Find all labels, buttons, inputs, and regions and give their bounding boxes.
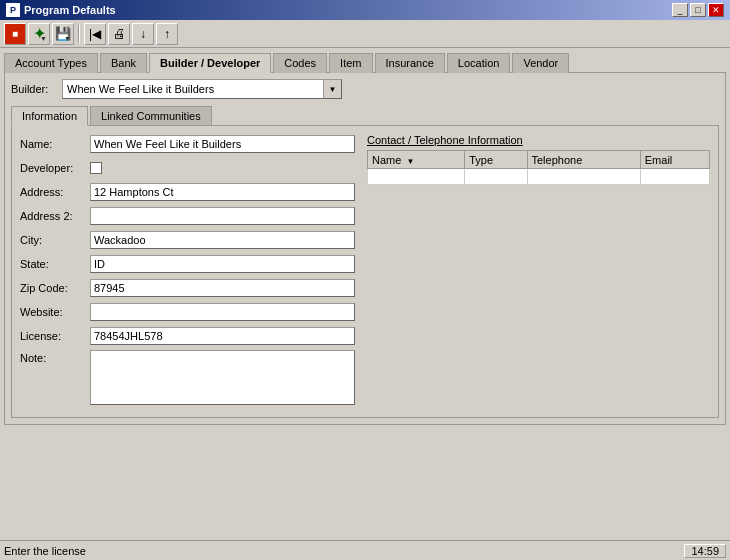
status-time: 14:59 — [684, 544, 726, 558]
contact-cell-telephone — [527, 169, 640, 185]
app-icon: P — [6, 3, 20, 17]
main-content: Builder: When We Feel Like it Builders ▼… — [4, 72, 726, 425]
form-left: Name: Developer: Address: Address 2: — [20, 134, 355, 409]
form-layout: Name: Developer: Address: Address 2: — [20, 134, 710, 409]
city-input[interactable] — [90, 231, 355, 249]
name-input[interactable] — [90, 135, 355, 153]
license-label: License: — [20, 330, 90, 342]
name-label: Name: — [20, 138, 90, 150]
builder-selected-value: When We Feel Like it Builders — [63, 81, 323, 97]
tab-vendor[interactable]: Vendor — [512, 53, 569, 73]
zipcode-label: Zip Code: — [20, 282, 90, 294]
toolbar-sep-1 — [78, 25, 80, 43]
state-input[interactable] — [90, 255, 355, 273]
tab-account-types[interactable]: Account Types — [4, 53, 98, 73]
contact-cell-email — [640, 169, 709, 185]
sub-tab-information[interactable]: Information — [11, 106, 88, 126]
tab-bank[interactable]: Bank — [100, 53, 147, 73]
website-label: Website: — [20, 306, 90, 318]
contact-cell-name — [368, 169, 465, 185]
builder-dropdown-arrow[interactable]: ▼ — [323, 80, 341, 98]
main-tab-bar: Account Types Bank Builder / Developer C… — [0, 48, 730, 72]
address2-row: Address 2: — [20, 206, 355, 226]
state-label: State: — [20, 258, 90, 270]
license-input[interactable] — [90, 327, 355, 345]
contact-title: Contact / Telephone Information — [367, 134, 710, 146]
sub-content: Name: Developer: Address: Address 2: — [11, 125, 719, 418]
col-type[interactable]: Type — [465, 151, 527, 169]
tab-item[interactable]: Item — [329, 53, 372, 73]
close-button[interactable]: ✕ — [708, 3, 724, 17]
address2-input[interactable] — [90, 207, 355, 225]
status-text: Enter the license — [4, 545, 86, 557]
form-right: Contact / Telephone Information Name ▼ T… — [367, 134, 710, 409]
address-input[interactable] — [90, 183, 355, 201]
note-label: Note: — [20, 350, 90, 364]
city-label: City: — [20, 234, 90, 246]
nav-print-button[interactable]: 🖨 — [108, 23, 130, 45]
builder-dropdown[interactable]: When We Feel Like it Builders ▼ — [62, 79, 342, 99]
col-email[interactable]: Email — [640, 151, 709, 169]
zipcode-row: Zip Code: — [20, 278, 355, 298]
tab-codes[interactable]: Codes — [273, 53, 327, 73]
developer-checkbox[interactable] — [90, 162, 102, 174]
developer-label: Developer: — [20, 162, 90, 174]
name-row: Name: — [20, 134, 355, 154]
title-bar: P Program Defaults _ □ ✕ — [0, 0, 730, 20]
toolbar: ■ ✦ ▼ 💾 ▼ |◀ 🖨 ↓ ↑ — [0, 20, 730, 48]
sort-arrow-name: ▼ — [406, 157, 414, 166]
nav-down-button[interactable]: ↓ — [132, 23, 154, 45]
builder-label: Builder: — [11, 83, 56, 95]
minimize-button[interactable]: _ — [672, 3, 688, 17]
note-row: Note: — [20, 350, 355, 405]
contact-cell-type — [465, 169, 527, 185]
contact-row-empty — [368, 169, 710, 185]
status-bar: Enter the license 14:59 — [0, 540, 730, 560]
window-title: Program Defaults — [24, 4, 116, 16]
note-textarea[interactable] — [90, 350, 355, 405]
license-row: License: — [20, 326, 355, 346]
zipcode-input[interactable] — [90, 279, 355, 297]
save-button[interactable]: 💾 ▼ — [52, 23, 74, 45]
col-name[interactable]: Name ▼ — [368, 151, 465, 169]
city-row: City: — [20, 230, 355, 250]
builder-row: Builder: When We Feel Like it Builders ▼ — [11, 79, 719, 99]
developer-row: Developer: — [20, 158, 355, 178]
address-row: Address: — [20, 182, 355, 202]
website-row: Website: — [20, 302, 355, 322]
tab-location[interactable]: Location — [447, 53, 511, 73]
website-input[interactable] — [90, 303, 355, 321]
contact-table: Name ▼ Type Telephone Emai — [367, 150, 710, 185]
nav-up-button[interactable]: ↑ — [156, 23, 178, 45]
nav-first-button[interactable]: |◀ — [84, 23, 106, 45]
add-button[interactable]: ✦ ▼ — [28, 23, 50, 45]
window-controls: _ □ ✕ — [672, 3, 724, 17]
tab-insurance[interactable]: Insurance — [375, 53, 445, 73]
maximize-button[interactable]: □ — [690, 3, 706, 17]
address2-label: Address 2: — [20, 210, 90, 222]
col-telephone[interactable]: Telephone — [527, 151, 640, 169]
state-row: State: — [20, 254, 355, 274]
sub-tab-bar: Information Linked Communities — [11, 105, 719, 125]
sub-tab-linked-communities[interactable]: Linked Communities — [90, 106, 212, 126]
address-label: Address: — [20, 186, 90, 198]
tab-builder-developer[interactable]: Builder / Developer — [149, 53, 271, 73]
main-window: P Program Defaults _ □ ✕ ■ ✦ ▼ 💾 ▼ |◀ 🖨 … — [0, 0, 730, 560]
stop-button[interactable]: ■ — [4, 23, 26, 45]
